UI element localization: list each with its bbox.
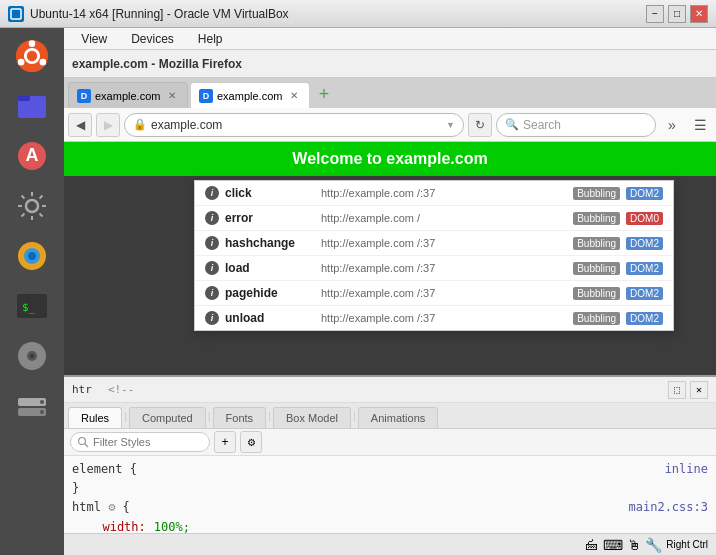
event-name-load: load <box>225 261 315 275</box>
tab-close-1[interactable]: ✕ <box>165 89 179 103</box>
event-item-load[interactable]: i load http://example.com /:37 Bubbling … <box>195 256 673 281</box>
tab-close-2[interactable]: ✕ <box>287 89 301 103</box>
code-line-close1: } <box>72 479 708 498</box>
badge-bubbling-unload: Bubbling <box>573 312 620 325</box>
sidebar-icon-files[interactable] <box>8 82 56 130</box>
search-bar[interactable]: 🔍 Search <box>496 113 656 137</box>
svg-point-11 <box>26 200 38 212</box>
filter-styles-input[interactable] <box>70 432 210 452</box>
sidebar-icon-dvd[interactable] <box>8 332 56 380</box>
svg-text:$_: $_ <box>22 301 36 314</box>
html-snippet: htr <!-- ⬚ ✕ <box>64 377 716 403</box>
close-button[interactable]: ✕ <box>690 5 708 23</box>
maximize-button[interactable]: □ <box>668 5 686 23</box>
menu-view[interactable]: View <box>73 30 115 48</box>
devtools-tab-animations[interactable]: Animations <box>358 407 438 428</box>
devtools-tab-boxmodel[interactable]: Box Model <box>273 407 351 428</box>
code-line-element: element { inline <box>72 460 708 479</box>
tab-label-2: example.com <box>217 90 282 102</box>
status-icon-1: 🖮 <box>585 537 599 553</box>
nav-bar: ◀ ▶ 🔒 example.com ▼ ↻ 🔍 Search » ☰ <box>64 108 716 142</box>
address-dropdown-icon: ▼ <box>446 120 455 130</box>
tab-1[interactable]: D example.com ✕ <box>68 82 188 108</box>
badge-dom2-hashchange: DOM2 <box>626 237 663 250</box>
svg-text:A: A <box>26 145 39 165</box>
address-bar[interactable]: 🔒 example.com ▼ <box>124 113 464 137</box>
event-url-hashchange: http://example.com /:37 <box>321 237 567 249</box>
reload-button[interactable]: ↻ <box>468 113 492 137</box>
hamburger-menu-button[interactable]: ☰ <box>688 113 712 137</box>
menu-bar: Machine View Devices Help <box>0 28 716 50</box>
menu-devices[interactable]: Devices <box>123 30 182 48</box>
svg-point-14 <box>28 252 36 260</box>
new-tab-button[interactable]: + <box>312 82 336 106</box>
badge-dom2-pagehide: DOM2 <box>626 287 663 300</box>
tab-favicon-1: D <box>77 89 91 103</box>
event-dropdown: i click http://example.com /:37 Bubbling… <box>194 180 674 331</box>
title-bar: Ubuntu-14 x64 [Running] - Oracle VM Virt… <box>0 0 716 28</box>
devtools-inspect-button[interactable]: ⬚ <box>668 381 686 399</box>
svg-rect-8 <box>18 96 30 101</box>
sidebar-icon-terminal[interactable]: $_ <box>8 282 56 330</box>
devtools-tabs: Rules | Computed | Fonts | Box Model | A… <box>64 403 716 429</box>
event-item-hashchange[interactable]: i hashchange http://example.com /:37 Bub… <box>195 231 673 256</box>
devtools-close-button[interactable]: ✕ <box>690 381 708 399</box>
event-name-error: error <box>225 211 315 225</box>
welcome-banner: Welcome to example.com <box>64 142 716 176</box>
sidebar-icon-updater[interactable]: A <box>8 132 56 180</box>
sidebar-icon-storage[interactable] <box>8 382 56 430</box>
status-icon-2: ⌨ <box>603 537 623 553</box>
devtools-tab-computed[interactable]: Computed <box>129 407 206 428</box>
event-item-click[interactable]: i click http://example.com /:37 Bubbling… <box>195 181 673 206</box>
status-bar: 🖮 ⌨ 🖱 🔧 Right Ctrl <box>64 533 716 555</box>
sidebar-icon-settings[interactable] <box>8 182 56 230</box>
status-icon-4: 🔧 <box>645 537 662 553</box>
svg-point-23 <box>40 410 44 414</box>
svg-point-19 <box>30 354 34 358</box>
info-icon-pagehide: i <box>205 286 219 300</box>
search-placeholder: Search <box>523 118 561 132</box>
badge-dom2-click: DOM2 <box>626 187 663 200</box>
svg-point-6 <box>18 59 25 66</box>
sidebar-icon-firefox[interactable] <box>8 232 56 280</box>
devtools-tab-fonts[interactable]: Fonts <box>213 407 267 428</box>
event-name-unload: unload <box>225 311 315 325</box>
firefox-window: example.com - Mozilla Firefox D example.… <box>64 50 716 555</box>
back-button[interactable]: ◀ <box>68 113 92 137</box>
devtools-tab-rules[interactable]: Rules <box>68 407 122 428</box>
info-icon-unload: i <box>205 311 219 325</box>
badge-bubbling-click: Bubbling <box>573 187 620 200</box>
firefox-title-bar: example.com - Mozilla Firefox <box>64 50 716 78</box>
svg-point-22 <box>40 400 44 404</box>
event-name-hashchange: hashchange <box>225 236 315 250</box>
info-icon-click: i <box>205 186 219 200</box>
add-rule-button[interactable]: + <box>214 431 236 453</box>
status-icon-3: 🖱 <box>627 537 641 553</box>
tab-favicon-2: D <box>199 89 213 103</box>
code-line-html: html ⚙ { main2.css:3 <box>72 498 708 517</box>
event-url-error: http://example.com / <box>321 212 567 224</box>
tab-2[interactable]: D example.com ✕ <box>190 82 310 108</box>
url-text: example.com <box>151 118 442 132</box>
overflow-button[interactable]: » <box>660 113 684 137</box>
badge-bubbling-load: Bubbling <box>573 262 620 275</box>
window-controls: − □ ✕ <box>646 5 708 23</box>
event-item-unload[interactable]: i unload http://example.com /:37 Bubblin… <box>195 306 673 330</box>
event-item-pagehide[interactable]: i pagehide http://example.com /:37 Bubbl… <box>195 281 673 306</box>
sidebar-icon-ubuntu[interactable] <box>8 32 56 80</box>
minimize-button[interactable]: − <box>646 5 664 23</box>
code-file-ref: main2.css:3 <box>629 498 708 517</box>
search-icon: 🔍 <box>505 118 519 131</box>
menu-help[interactable]: Help <box>190 30 231 48</box>
window-title: Ubuntu-14 x64 [Running] - Oracle VM Virt… <box>30 7 289 21</box>
tab-label-1: example.com <box>95 90 160 102</box>
snippet-htr: htr <box>72 383 92 396</box>
event-name-pagehide: pagehide <box>225 286 315 300</box>
event-name-click: click <box>225 186 315 200</box>
forward-button[interactable]: ▶ <box>96 113 120 137</box>
settings-button[interactable]: ⚙ <box>240 431 262 453</box>
code-brace-close1: } <box>72 479 79 498</box>
badge-bubbling-error: Bubbling <box>573 212 620 225</box>
badge-dom0-error: DOM0 <box>626 212 663 225</box>
event-item-error[interactable]: i error http://example.com / Bubbling DO… <box>195 206 673 231</box>
